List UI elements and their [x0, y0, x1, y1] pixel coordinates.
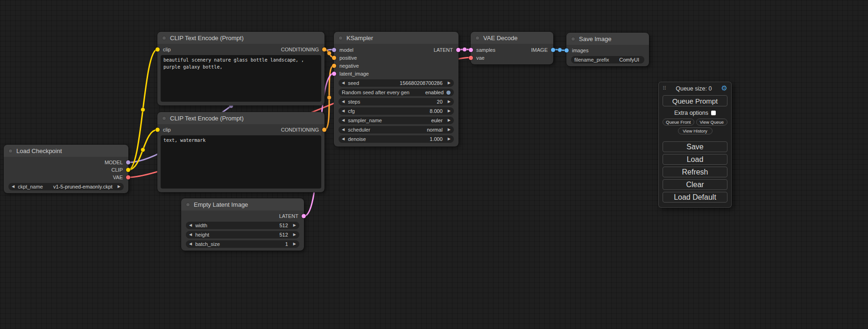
node-title-bar[interactable]: KSampler: [334, 32, 459, 44]
input-port-samples[interactable]: [469, 48, 473, 52]
node-clip-text-encode-negative[interactable]: CLIP Text Encode (Prompt) clip CONDITION…: [157, 112, 325, 192]
widget-value: 20: [437, 99, 443, 105]
node-clip-text-encode-positive[interactable]: CLIP Text Encode (Prompt) clip CONDITION…: [157, 32, 325, 105]
decrement-arrow-icon[interactable]: ◀: [189, 233, 192, 237]
increment-arrow-icon[interactable]: ▶: [448, 81, 451, 85]
input-port-negative[interactable]: [332, 63, 336, 68]
output-port-image[interactable]: [551, 48, 555, 52]
node-title-bar[interactable]: VAE Decode: [471, 32, 553, 44]
collapse-dot-icon[interactable]: [475, 36, 480, 40]
queue-prompt-button[interactable]: Queue Prompt: [663, 95, 727, 106]
output-port-model[interactable]: [126, 161, 130, 165]
input-label: vae: [476, 55, 485, 61]
input-row: positive: [334, 54, 459, 62]
input-port-clip[interactable]: [155, 128, 160, 132]
drag-handle-icon[interactable]: ⠿: [663, 85, 666, 91]
settings-gear-icon[interactable]: ⚙: [721, 85, 727, 92]
decrement-arrow-icon[interactable]: ◀: [342, 119, 345, 122]
increment-arrow-icon[interactable]: ▶: [293, 233, 296, 237]
input-port-clip[interactable]: [155, 48, 160, 52]
output-port-latent[interactable]: [302, 214, 306, 218]
increment-arrow-icon[interactable]: ▶: [293, 242, 296, 246]
widget-steps[interactable]: ◀ steps 20 ▶: [339, 98, 454, 105]
output-port-latent[interactable]: [456, 48, 460, 52]
node-title-bar[interactable]: Load Checkpoint: [4, 145, 128, 157]
decrement-arrow-icon[interactable]: ◀: [342, 100, 345, 104]
input-port-positive[interactable]: [332, 56, 336, 60]
input-label: samples: [476, 47, 495, 53]
widget-ckpt-name[interactable]: ◀ ckpt_name v1-5-pruned-emaonly.ckpt ▶: [8, 183, 124, 190]
input-label: clip: [163, 127, 171, 133]
increment-arrow-icon[interactable]: ▶: [448, 100, 451, 104]
output-label: VAE: [113, 175, 123, 180]
view-history-button[interactable]: View History: [678, 127, 713, 134]
collapse-dot-icon[interactable]: [8, 149, 13, 153]
output-label: CONDITIONING: [281, 127, 319, 133]
increment-arrow-icon[interactable]: ▶: [118, 185, 120, 189]
increment-arrow-icon[interactable]: ▶: [293, 224, 296, 227]
collapse-dot-icon[interactable]: [186, 203, 190, 207]
view-queue-button[interactable]: View Queue: [696, 119, 728, 126]
collapse-dot-icon[interactable]: [162, 36, 166, 40]
load-default-button[interactable]: Load Default: [663, 192, 727, 203]
widget-batch-size[interactable]: ◀ batch_size 1 ▶: [186, 240, 299, 248]
output-port-clip[interactable]: [126, 168, 130, 172]
widget-denoise[interactable]: ◀ denoise 1.000 ▶: [339, 135, 454, 143]
node-title-bar[interactable]: Empty Latent Image: [181, 198, 304, 210]
decrement-arrow-icon[interactable]: ◀: [342, 128, 345, 132]
toggle-enabled-icon[interactable]: [446, 91, 451, 95]
extra-options-checkbox[interactable]: [711, 111, 716, 115]
input-port-model[interactable]: [332, 48, 336, 52]
node-save-image[interactable]: Save Image images filename_prefix ComfyU…: [566, 33, 649, 66]
widget-filename-prefix[interactable]: filename_prefix ComfyUI: [571, 56, 644, 63]
output-port-vae[interactable]: [126, 175, 130, 180]
increment-arrow-icon[interactable]: ▶: [448, 119, 451, 122]
output-port-conditioning[interactable]: [322, 128, 326, 132]
decrement-arrow-icon[interactable]: ◀: [189, 242, 192, 246]
widget-seed[interactable]: ◀ seed 156680208700286 ▶: [339, 79, 454, 87]
node-title: CLIP Text Encode (Prompt): [170, 115, 244, 122]
io-row: clip CONDITIONING: [157, 46, 325, 53]
decrement-arrow-icon[interactable]: ◀: [342, 109, 345, 113]
collapse-dot-icon[interactable]: [339, 36, 343, 40]
widget-sampler-name[interactable]: ◀ sampler_name euler ▶: [339, 117, 454, 124]
queue-menu-panel[interactable]: ⠿ Queue size: 0 ⚙ Queue Prompt Extra opt…: [658, 82, 732, 208]
widget-scheduler[interactable]: ◀ scheduler normal ▶: [339, 126, 454, 133]
widget-width[interactable]: ◀ width 512 ▶: [186, 222, 299, 229]
widget-cfg[interactable]: ◀ cfg 8.000 ▶: [339, 107, 454, 115]
load-button[interactable]: Load: [663, 154, 727, 165]
decrement-arrow-icon[interactable]: ◀: [342, 137, 345, 141]
decrement-arrow-icon[interactable]: ◀: [342, 81, 345, 85]
queue-front-button[interactable]: Queue Front: [663, 119, 694, 126]
widget-name: batch_size: [195, 241, 220, 247]
save-button[interactable]: Save: [663, 141, 727, 152]
input-port-vae[interactable]: [469, 56, 473, 60]
prompt-textarea[interactable]: text, watermark: [161, 135, 321, 189]
widget-random-seed-toggle[interactable]: Random seed after every gen enabled: [339, 89, 454, 96]
input-port-latent-image[interactable]: [332, 71, 336, 76]
prompt-textarea[interactable]: beautiful scenery nature glass bottle la…: [161, 55, 321, 102]
io-row: samples IMAGE: [471, 46, 553, 54]
node-title-bar[interactable]: CLIP Text Encode (Prompt): [157, 32, 325, 44]
increment-arrow-icon[interactable]: ▶: [448, 128, 451, 132]
refresh-button[interactable]: Refresh: [663, 167, 727, 177]
input-port-images[interactable]: [565, 49, 569, 53]
node-title-bar[interactable]: Save Image: [566, 33, 649, 45]
output-port-conditioning[interactable]: [322, 48, 326, 52]
widget-height[interactable]: ◀ height 512 ▶: [186, 231, 299, 238]
node-load-checkpoint[interactable]: Load Checkpoint MODEL CLIP VAE ◀ ckpt_na…: [4, 145, 128, 193]
node-title-bar[interactable]: CLIP Text Encode (Prompt): [157, 112, 325, 124]
graph-canvas[interactable]: Load Checkpoint MODEL CLIP VAE ◀ ckpt_na…: [0, 0, 868, 329]
input-label: images: [572, 48, 588, 53]
node-ksampler[interactable]: KSampler model LATENT positive negative …: [334, 32, 459, 147]
clear-button[interactable]: Clear: [663, 179, 727, 190]
widget-name: width: [195, 223, 207, 228]
collapse-dot-icon[interactable]: [162, 116, 166, 120]
node-vae-decode[interactable]: VAE Decode samples IMAGE vae: [471, 32, 553, 64]
decrement-arrow-icon[interactable]: ◀: [12, 185, 14, 189]
node-empty-latent-image[interactable]: Empty Latent Image LATENT ◀ width 512 ▶ …: [181, 198, 304, 251]
increment-arrow-icon[interactable]: ▶: [448, 137, 451, 141]
decrement-arrow-icon[interactable]: ◀: [189, 224, 192, 227]
collapse-dot-icon[interactable]: [571, 37, 575, 41]
increment-arrow-icon[interactable]: ▶: [448, 109, 451, 113]
